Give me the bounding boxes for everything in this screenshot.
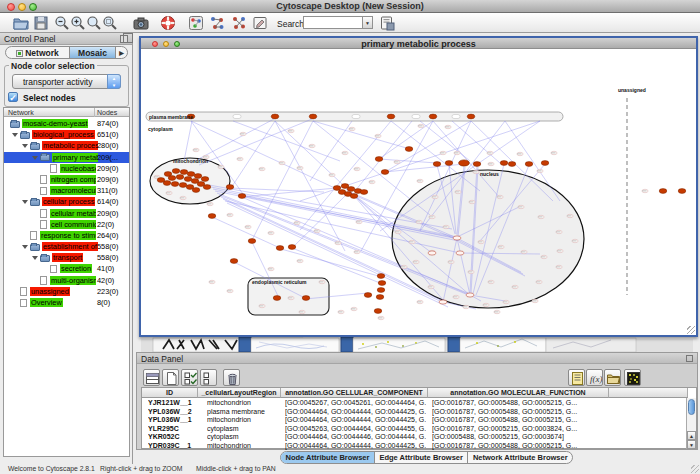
expand-arrow-icon[interactable] — [22, 245, 28, 249]
search-dropdown-arrow[interactable]: ▼ — [363, 16, 373, 29]
scrollbar-thumb[interactable] — [688, 399, 695, 415]
cell-r2c2[interactable]: plasma membrane — [207, 408, 284, 417]
select-nodes-checkbox[interactable]: ✓ — [8, 92, 18, 102]
selected-gene-node — [678, 189, 686, 194]
cell-r6c3[interactable]: [GO:0044464, GO:0044444, GO:0044425, G..… — [285, 442, 426, 451]
zoom-out-icon[interactable] — [54, 15, 70, 31]
zoom-fit-icon[interactable] — [86, 15, 102, 31]
tree-row-unassigned[interactable]: unassigned223(0) — [4, 286, 129, 297]
table-scrollbar[interactable]: ▲ ▼ — [686, 398, 696, 449]
cell-r1c2[interactable]: mitochondrion — [207, 399, 284, 408]
tab-network[interactable]: Network — [6, 47, 70, 58]
tree-row-nucleobase-co[interactable]: nucleobase-co209(0) — [4, 163, 129, 174]
cell-r4c1[interactable]: YLR295C — [148, 425, 198, 434]
cell-r3c2[interactable]: mitochondrion — [207, 416, 284, 425]
app-resize-grip[interactable] — [691, 465, 699, 473]
cell-r1c1[interactable]: YJR121W__1 — [148, 399, 198, 408]
search-go-icon[interactable] — [379, 15, 395, 31]
help-icon[interactable] — [160, 15, 176, 31]
tree-row-response-to-stimulu[interactable]: response to stimulu264(0) — [4, 230, 129, 241]
tab-node-attribute-browser[interactable]: Node Attribute Browser — [281, 452, 375, 463]
column-header-4[interactable]: annotation.GO MOLECULAR_FUNCTION — [428, 388, 609, 398]
cell-r2c3[interactable]: [GO:0044464, GO:0044444, GO:0044425, G..… — [285, 408, 426, 417]
tree-row-overview[interactable]: Overview8(0) — [4, 297, 129, 308]
formula-icon[interactable]: f(x) — [586, 369, 603, 386]
tab-more-arrow[interactable]: ▶ — [116, 47, 127, 58]
delete-attribute-icon[interactable] — [223, 369, 240, 386]
tab-network-attribute-browser[interactable]: Network Attribute Browser — [468, 452, 572, 463]
cell-r5c4[interactable]: [GO:0005488, GO:0005215, GO:0003674] — [432, 433, 607, 442]
zoom-in-icon[interactable] — [70, 15, 86, 31]
tree-row-nitrogen-compou[interactable]: nitrogen compou209(0) — [4, 174, 129, 185]
cell-r3c4[interactable]: [GO:0016787, GO:0005488, GO:0005215, G..… — [432, 416, 607, 425]
tree-row-transport[interactable]: transport558(0) — [4, 252, 129, 263]
cell-r4c4[interactable]: [GO:0016787, GO:0005215, GO:0003824, G..… — [432, 425, 607, 434]
cell-r5c2[interactable]: cytoplasm — [207, 433, 284, 442]
tree-row-label: macromolecule — [50, 186, 96, 195]
cell-r2c4[interactable]: [GO:0016787, GO:0005488, GO:0005215, G..… — [432, 408, 607, 417]
tree-row-cellular-metabol[interactable]: cellular metabol209(0) — [4, 208, 129, 219]
scroll-down-arrow[interactable]: ▼ — [687, 440, 696, 449]
scroll-up-arrow[interactable]: ▲ — [687, 431, 696, 440]
cell-r5c1[interactable]: YKR052C — [148, 433, 198, 442]
view-resize-grip[interactable] — [687, 326, 695, 334]
selected-gene-node — [387, 114, 395, 119]
cell-r3c3[interactable]: [GO:0044464, GO:0044444, GO:0044425, G..… — [285, 416, 426, 425]
column-header-2[interactable]: _cellularLayoutRegion — [198, 388, 281, 398]
data-panel-float-icon[interactable] — [686, 355, 693, 362]
cell-r3c1[interactable]: YPL036W__1 — [148, 416, 198, 425]
float-panel-icon[interactable] — [120, 35, 128, 43]
selected-gene-node — [208, 214, 216, 219]
cell-r4c3[interactable]: [GO:0045263, GO:0044464, GO:0044455, G..… — [285, 425, 426, 434]
open-icon[interactable] — [13, 15, 29, 31]
search-input[interactable] — [303, 16, 363, 29]
network-view-window[interactable]: primary metabolic process plasma membran… — [139, 36, 698, 337]
tree-row-biological-process[interactable]: biological_process651(0) — [4, 129, 129, 140]
expand-arrow-icon[interactable] — [22, 200, 28, 204]
expand-arrow-icon[interactable] — [12, 133, 18, 137]
cell-r2c1[interactable]: YPL036W__2 — [148, 408, 198, 417]
cell-r1c4[interactable]: [GO:0016787, GO:0005488, GO:0005215, G..… — [432, 399, 607, 408]
attribute-list-icon[interactable] — [568, 369, 585, 386]
tree-row-secretion[interactable]: secretion41(0) — [4, 263, 129, 274]
new-attribute-icon[interactable] — [162, 369, 179, 386]
unselect-all-icon[interactable] — [200, 369, 217, 386]
matrix-icon[interactable] — [624, 369, 641, 386]
network-canvas[interactable]: plasma membranecytoplasmmitochondrionnuc… — [141, 50, 696, 335]
cell-r4c2[interactable]: cytoplasm — [207, 425, 284, 434]
save-icon[interactable] — [33, 15, 49, 31]
tab-mosaic[interactable]: Mosaic — [70, 47, 116, 58]
select-attributes-icon[interactable] — [143, 369, 160, 386]
tree-row-multi-organism-pro[interactable]: multi-organism pro42(0) — [4, 275, 129, 286]
layout-b-icon[interactable] — [231, 15, 247, 31]
expand-arrow-icon[interactable] — [32, 156, 38, 160]
layout-a-icon[interactable] — [209, 15, 225, 31]
tree-row-metabolic-process[interactable]: metabolic process280(0) — [4, 140, 129, 151]
snapshot-icon[interactable] — [133, 15, 149, 31]
tab-edge-attribute-browser[interactable]: Edge Attribute Browser — [375, 452, 468, 463]
select-all-icon[interactable] — [181, 369, 198, 386]
column-header-1[interactable]: ID — [142, 388, 198, 398]
cell-r1c3[interactable]: [GO:0045267, GO:0045261, GO:0044464, G..… — [285, 399, 426, 408]
tree-row-mosaic-demo-yeast[interactable]: mosaic-demo-yeast874(0) — [4, 118, 129, 129]
tree-row-macromolecule[interactable]: macromolecule311(0) — [4, 185, 129, 196]
tree-row-establishment-of-lo[interactable]: establishment of lo558(0) — [4, 241, 129, 252]
expand-arrow-icon[interactable] — [22, 144, 28, 148]
window-titlebar[interactable]: Cytoscape Desktop (New Session) — [0, 0, 700, 13]
cell-r6c4[interactable]: [GO:0016787, GO:0005488, GO:0005215, G..… — [432, 442, 607, 451]
tree-row-primary-metabolic[interactable]: primary metabolic209(... — [4, 152, 129, 163]
import-icon[interactable] — [604, 369, 621, 386]
color-attribute-dropdown[interactable]: transporter activity ▲▼ — [12, 74, 121, 89]
vizmapper-icon[interactable] — [188, 15, 204, 31]
cell-r6c1[interactable]: YDR039C__1 — [148, 442, 198, 451]
column-header-3[interactable]: annotation.GO CELLULAR_COMPONENT — [281, 388, 428, 398]
network-window-titlebar[interactable]: primary metabolic process — [141, 38, 696, 49]
expand-arrow-icon[interactable] — [32, 256, 38, 260]
zoom-selected-icon[interactable] — [102, 15, 118, 31]
annotation-icon[interactable] — [252, 15, 268, 31]
attribute-table[interactable]: ID_cellularLayoutRegionannotation.GO CEL… — [141, 387, 697, 449]
cell-r5c3[interactable]: [GO:0044464, GO:0044446, GO:0044444, G..… — [285, 433, 426, 442]
tree-row-cell-communicati[interactable]: cell communicati22(0) — [4, 219, 129, 230]
cell-r6c2[interactable]: mitochondrion — [207, 442, 284, 451]
tree-row-cellular-process[interactable]: cellular process614(0) — [4, 196, 129, 207]
